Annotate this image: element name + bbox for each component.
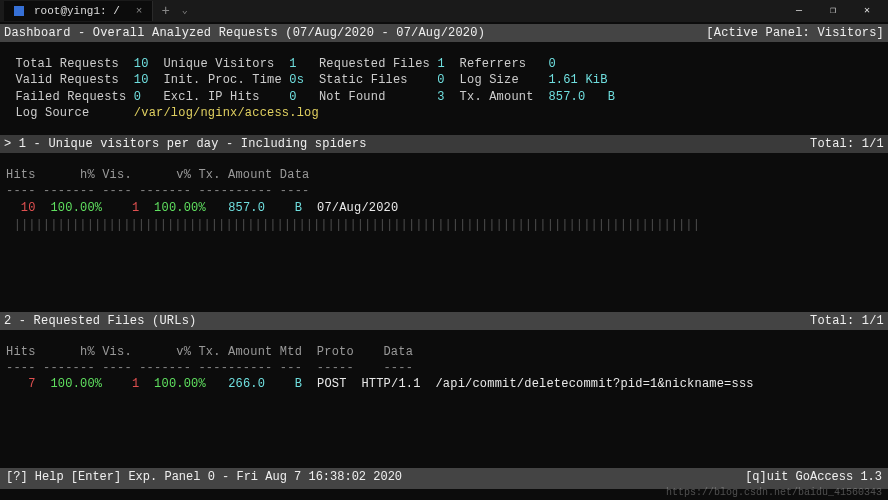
log-size-value: 1.61 KiB: [548, 73, 607, 87]
panel-1-row: 10 100.00% 1 100.00% 857.0 B 07/Aug/2020…: [6, 200, 882, 232]
watermark: https://blog.csdn.net/baidu_41560343: [666, 486, 882, 500]
referrers-label: Referrers: [460, 57, 527, 71]
p1-tx: 857.0: [228, 201, 265, 215]
panel-1-columns: Hits h% Vis. v% Tx. Amount Data: [6, 167, 882, 183]
terminal-tab[interactable]: root@ying1: / ×: [4, 1, 153, 22]
panel-2-columns: Hits h% Vis. v% Tx. Amount Mtd Proto Dat…: [6, 344, 882, 360]
referrers-value: 0: [548, 57, 555, 71]
failed-requests-label: Failed Requests: [15, 90, 126, 104]
panel-2-row: 7 100.00% 1 100.00% 266.0 B POST HTTP/1.…: [6, 376, 882, 392]
p2-vis: 1: [132, 377, 139, 391]
new-tab-button[interactable]: +: [153, 2, 177, 21]
not-found-label: Not Found: [319, 90, 386, 104]
tab-close-button[interactable]: ×: [136, 4, 143, 19]
p2-hits: 7: [28, 377, 35, 391]
panel-2-total: Total: 1/1: [810, 313, 884, 329]
stats-row-1: Total Requests 10 Unique Visitors 1 Requ…: [6, 56, 882, 72]
panel-1-divider: ---- ------- ---- ------- ---------- ---…: [6, 183, 882, 199]
stats-row-4: Log Source /var/log/nginx/access.log: [6, 105, 882, 121]
terminal-content: Dashboard - Overall Analyzed Requests (0…: [0, 22, 888, 491]
init-proc-label: Init. Proc. Time: [163, 73, 281, 87]
dashboard-title: Dashboard - Overall Analyzed Requests (0…: [4, 25, 485, 41]
p1-vis: 1: [132, 201, 139, 215]
tx-amount-label: Tx. Amount: [460, 90, 534, 104]
panel-2-title: 2 - Requested Files (URLs): [4, 313, 196, 329]
window-titlebar: root@ying1: / × + ⌄ — ❐ ✕: [0, 0, 888, 22]
tx-amount-unit: B: [608, 90, 615, 104]
dashboard-header: Dashboard - Overall Analyzed Requests (0…: [0, 24, 888, 42]
p2-hpct: 100.00%: [50, 377, 102, 391]
requested-files-value: 1: [437, 57, 444, 71]
init-proc-value: 0s: [289, 73, 304, 87]
p1-data: 07/Aug/2020: [317, 201, 398, 215]
p2-data: /api/commit/deletecommit?pid=1&nickname=…: [435, 377, 753, 391]
maximize-button[interactable]: ❐: [816, 0, 850, 22]
close-button[interactable]: ✕: [850, 0, 884, 22]
valid-requests-value: 10: [134, 73, 149, 87]
panel-1-header[interactable]: > 1 - Unique visitors per day - Includin…: [0, 135, 888, 153]
p1-hits: 10: [21, 201, 36, 215]
log-source-value: /var/log/nginx/access.log: [134, 106, 319, 120]
excl-ip-value: 0: [289, 90, 296, 104]
unique-visitors-value: 1: [289, 57, 296, 71]
status-bar: [?] Help [Enter] Exp. Panel 0 - Fri Aug …: [0, 468, 888, 486]
p1-unit: B: [295, 201, 302, 215]
log-source-label: Log Source: [15, 106, 89, 120]
panel-1-title: > 1 - Unique visitors per day - Includin…: [4, 136, 367, 152]
p2-tx: 266.0: [228, 377, 265, 391]
status-right: [q]uit GoAccess 1.3: [745, 469, 882, 485]
stats-row-2: Valid Requests 10 Init. Proc. Time 0s St…: [6, 72, 882, 88]
valid-requests-label: Valid Requests: [15, 73, 119, 87]
window-controls: — ❐ ✕: [782, 0, 884, 22]
not-found-value: 3: [437, 90, 444, 104]
p1-bar: ||||||||||||||||||||||||||||||||||||||||…: [13, 217, 699, 232]
p2-proto: HTTP/1.1: [361, 377, 420, 391]
requested-files-label: Requested Files: [319, 57, 430, 71]
p1-vpct: 100.00%: [154, 201, 206, 215]
static-files-value: 0: [437, 73, 444, 87]
p1-hpct: 100.00%: [50, 201, 102, 215]
status-left: [?] Help [Enter] Exp. Panel 0 - Fri Aug …: [6, 469, 402, 485]
powershell-icon: [14, 6, 24, 16]
unique-visitors-label: Unique Visitors: [163, 57, 274, 71]
active-panel-indicator: [Active Panel: Visitors]: [706, 25, 884, 41]
log-size-label: Log Size: [460, 73, 519, 87]
stats-row-3: Failed Requests 0 Excl. IP Hits 0 Not Fo…: [6, 89, 882, 105]
tab-title: root@ying1: /: [34, 4, 120, 19]
total-requests-label: Total Requests: [15, 57, 119, 71]
failed-requests-value: 0: [134, 90, 141, 104]
panel-2-header[interactable]: 2 - Requested Files (URLs) Total: 1/1: [0, 312, 888, 330]
p2-mtd: POST: [317, 377, 347, 391]
p2-vpct: 100.00%: [154, 377, 206, 391]
panel-2-divider: ---- ------- ---- ------- ---------- ---…: [6, 360, 882, 376]
static-files-label: Static Files: [319, 73, 408, 87]
panel-1-total: Total: 1/1: [810, 136, 884, 152]
tx-amount-value: 857.0: [548, 90, 585, 104]
minimize-button[interactable]: —: [782, 0, 816, 22]
p2-unit: B: [295, 377, 302, 391]
excl-ip-label: Excl. IP Hits: [163, 90, 259, 104]
tab-dropdown-button[interactable]: ⌄: [178, 4, 192, 18]
total-requests-value: 10: [134, 57, 149, 71]
